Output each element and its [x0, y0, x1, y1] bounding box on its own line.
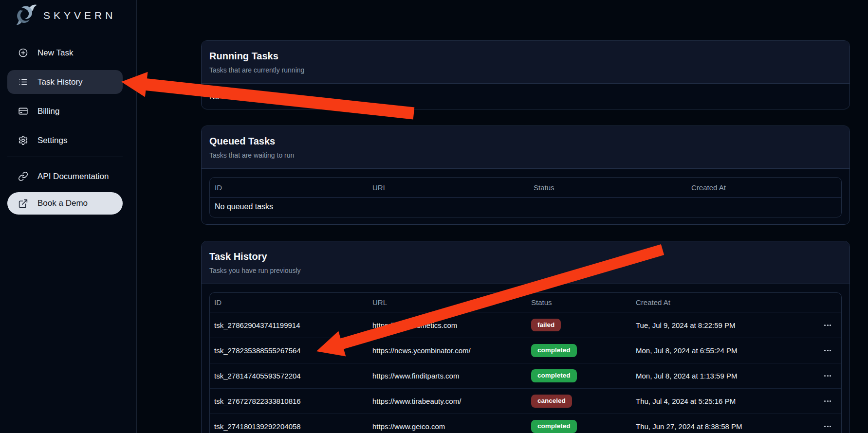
plus-circle-icon	[18, 48, 28, 58]
sidebar-item-book-a-demo[interactable]: Book a Demo	[7, 192, 123, 215]
skyvern-app: { "sidebar": { "brand": "SKYVERN", "nav"…	[0, 0, 868, 433]
row-actions-ellipsis-icon[interactable]	[813, 426, 837, 427]
column-header-status: Status	[531, 298, 636, 307]
cell-url: https://news.ycombinator.com/	[372, 346, 531, 355]
task-history-table: ID URL Status Created At tsk_27862904374…	[209, 292, 842, 433]
queued-tasks-header: Queued Tasks Tasks that are waiting to r…	[202, 126, 850, 169]
table-header-row: ID URL Status Created At	[210, 293, 841, 312]
table-row[interactable]: tsk_278629043741199914https://tartecosme…	[210, 312, 841, 338]
queued-tasks-empty-state: No queued tasks	[210, 198, 841, 217]
card-title: Running Tasks	[209, 51, 842, 62]
cell-created-at: Tue, Jul 9, 2024 at 8:22:59 PM	[636, 321, 813, 329]
cell-created-at: Thu, Jun 27, 2024 at 8:38:58 PM	[636, 422, 813, 431]
table-row[interactable]: tsk_274180139292204058https://www.geico.…	[210, 414, 841, 433]
table-body: tsk_278629043741199914https://tartecosme…	[210, 312, 841, 433]
status-badge: completed	[531, 369, 577, 382]
queued-tasks-card: Queued Tasks Tasks that are waiting to r…	[201, 126, 850, 225]
running-tasks-empty-state: No running tasks	[202, 84, 850, 109]
sidebar-item-task-history[interactable]: Task History	[7, 70, 123, 94]
cell-url: https://www.geico.com	[372, 422, 531, 431]
status-badge: canceled	[531, 395, 572, 408]
column-header-id: ID	[214, 298, 372, 307]
column-header-created-at: Created At	[636, 298, 813, 307]
column-header-created-at: Created At	[691, 183, 836, 192]
running-tasks-header: Running Tasks Tasks that are currently r…	[202, 41, 850, 84]
topbar: Star 5,434 Sk	[137, 0, 868, 32]
sidebar-divider	[7, 157, 123, 157]
cell-task-id: tsk_274180139292204058	[214, 422, 372, 431]
card-title: Queued Tasks	[209, 136, 842, 147]
cell-task-id: tsk_278629043741199914	[214, 321, 372, 329]
table-row[interactable]: tsk_278147405593572204https://www.findit…	[210, 363, 841, 388]
credit-card-icon	[18, 106, 28, 116]
link-icon	[18, 171, 28, 181]
cell-created-at: Mon, Jul 8, 2024 at 6:55:24 PM	[636, 346, 813, 355]
card-subtitle: Tasks you have run previously	[209, 267, 842, 274]
row-actions-ellipsis-icon[interactable]	[813, 325, 837, 326]
sidebar-item-label: API Documentation	[37, 172, 109, 181]
list-icon	[18, 77, 28, 87]
row-actions-ellipsis-icon[interactable]	[813, 375, 837, 377]
sidebar-item-label: Billing	[37, 107, 59, 116]
card-subtitle: Tasks that are currently running	[209, 66, 842, 74]
sidebar-item-label: Settings	[37, 136, 67, 145]
cell-url: https://www.tirabeauty.com/	[372, 397, 531, 405]
running-tasks-card: Running Tasks Tasks that are currently r…	[201, 40, 850, 109]
gear-icon	[18, 135, 28, 145]
skyvern-logo[interactable]: SKYVERN	[15, 3, 116, 28]
card-title: Task History	[209, 251, 842, 262]
sidebar: SKYVERN New Task Task History Billing Se…	[0, 0, 137, 433]
external-link-icon	[18, 198, 28, 209]
row-actions-ellipsis-icon[interactable]	[813, 350, 837, 351]
cell-created-at: Thu, Jul 4, 2024 at 5:25:16 PM	[636, 397, 813, 405]
column-header-url: URL	[372, 183, 534, 192]
task-history-card: Task History Tasks you have run previous…	[201, 241, 850, 433]
sidebar-item-api-documentation[interactable]: API Documentation	[7, 164, 123, 188]
status-badge: completed	[531, 344, 577, 357]
column-header-url: URL	[372, 298, 531, 307]
sidebar-item-label: Book a Demo	[37, 198, 88, 208]
row-actions-ellipsis-icon[interactable]	[813, 400, 837, 402]
sidebar-item-label: Task History	[37, 77, 83, 87]
sidebar-item-settings[interactable]: Settings	[7, 128, 123, 152]
cell-task-id: tsk_276727822333810816	[214, 397, 372, 405]
cell-task-id: tsk_278147405593572204	[214, 372, 372, 380]
queued-tasks-table: ID URL Status Created At No queued tasks	[209, 177, 842, 217]
sidebar-item-billing[interactable]: Billing	[7, 99, 123, 123]
column-header-status: Status	[534, 183, 691, 192]
status-badge: failed	[531, 319, 561, 332]
dragon-logo-icon	[15, 3, 38, 28]
cell-created-at: Mon, Jul 8, 2024 at 1:13:59 PM	[636, 372, 813, 380]
cell-url: https://www.finditparts.com	[372, 372, 531, 380]
table-row[interactable]: tsk_278235388555267564https://news.ycomb…	[210, 338, 841, 363]
primary-nav: New Task Task History Billing Settings	[7, 41, 123, 152]
card-subtitle: Tasks that are waiting to run	[209, 151, 842, 159]
brand-name: SKYVERN	[43, 10, 116, 21]
sidebar-item-new-task[interactable]: New Task	[7, 41, 123, 65]
sidebar-item-label: New Task	[37, 48, 73, 58]
status-badge: completed	[531, 420, 577, 433]
task-history-header: Task History Tasks you have run previous…	[202, 241, 850, 284]
table-row[interactable]: tsk_276727822333810816https://www.tirabe…	[210, 388, 841, 414]
cell-task-id: tsk_278235388555267564	[214, 346, 372, 355]
table-header-row: ID URL Status Created At	[210, 178, 841, 198]
secondary-nav: API Documentation Book a Demo	[7, 164, 123, 215]
column-header-id: ID	[215, 183, 372, 192]
cell-url: https://tartecosmetics.com	[372, 321, 531, 329]
